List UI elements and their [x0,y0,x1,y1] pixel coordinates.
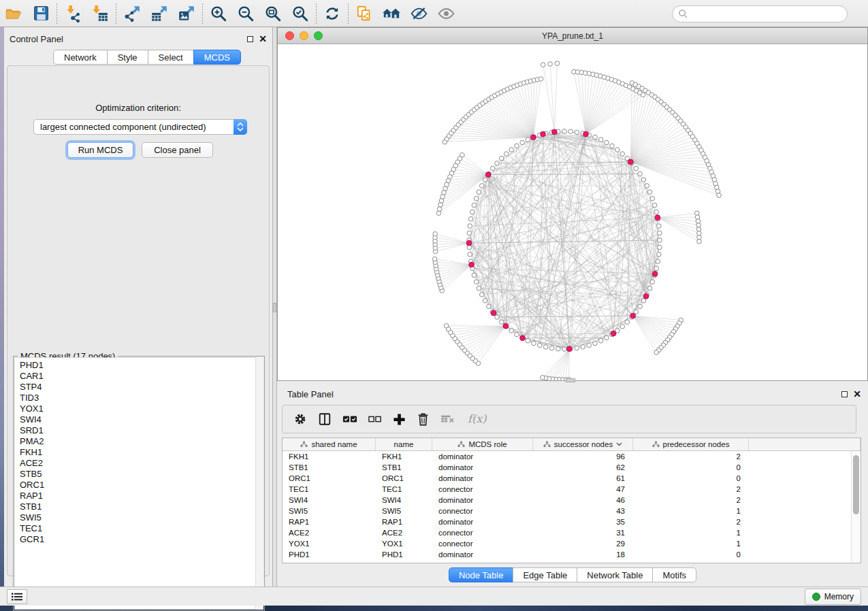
close-panel-icon[interactable]: ✕ [259,36,267,42]
mcds-result-item[interactable]: TID3 [20,393,263,403]
task-history-button[interactable] [7,589,27,604]
table-cell[interactable]: dominator [432,473,533,484]
network-window-titlebar[interactable]: YPA_prune.txt_1 [278,28,867,44]
tab-style[interactable]: Style [107,50,148,65]
table-cell[interactable]: 47 [533,484,633,495]
column-header-MCDS-role[interactable]: MCDS role [432,438,533,450]
table-cell[interactable]: PHD1 [376,549,432,560]
table-cell[interactable]: 1 [633,506,749,516]
table-row[interactable]: FKH1FKH1dominator962 [283,451,861,462]
open-file-button[interactable] [0,2,27,25]
table-cell[interactable]: YOX1 [283,538,376,549]
table-cell[interactable]: 62 [533,462,633,473]
table-cell[interactable]: 0 [633,462,749,473]
table-cell[interactable]: SWI5 [283,506,376,516]
tab-edge-table[interactable]: Edge Table [513,567,577,582]
tab-network[interactable]: Network [53,50,108,65]
table-cell[interactable]: connector [432,506,533,516]
table-cell[interactable]: dominator [432,549,533,560]
refresh-button[interactable] [319,2,346,25]
table-row[interactable]: SWI5SWI5connector431 [283,506,861,516]
search-input[interactable] [692,7,847,21]
splitter-grip[interactable] [273,303,276,312]
minimize-window-icon[interactable] [300,31,308,40]
mcds-result-item[interactable]: RAP1 [20,491,263,501]
zoom-out-button[interactable] [232,2,259,25]
table-cell[interactable]: 0 [633,473,749,484]
column-header-shared-name[interactable]: shared name [283,438,376,450]
table-cell[interactable]: dominator [432,516,533,527]
mcds-result-item[interactable]: STB1 [20,501,263,512]
table-cell[interactable]: RAP1 [283,516,376,527]
run-mcds-button[interactable]: Run MCDS [67,142,133,158]
table-cell[interactable]: 2 [633,484,749,495]
column-header-successor-nodes[interactable]: successor nodes [533,438,633,450]
table-cell[interactable]: ORC1 [376,473,432,484]
table-cell[interactable]: RAP1 [376,516,432,527]
save-session-button[interactable] [27,2,54,25]
mcds-result-item[interactable]: TEC1 [20,523,263,534]
delete-rows-button[interactable] [417,412,430,426]
home-layout-button[interactable] [378,2,405,25]
table-cell[interactable]: connector [432,527,533,538]
close-panel-button[interactable]: Close panel [142,142,213,158]
table-row[interactable]: SWI4SWI4dominator462 [283,495,861,506]
tab-node-table[interactable]: Node Table [449,567,514,582]
mcds-result-item[interactable]: STB5 [20,469,263,480]
table-row[interactable]: RAP1RAP1dominator352 [283,516,861,527]
mcds-result-item[interactable]: ACE2 [20,458,263,469]
criterion-dropdown[interactable]: largest connected component (undirected) [33,119,247,135]
table-cell[interactable]: 96 [533,451,633,462]
table-scrollbar[interactable] [851,451,861,563]
mcds-result-item[interactable]: SWI5 [20,512,263,523]
mcds-result-item[interactable]: STP4 [20,382,263,393]
table-cell[interactable]: FKH1 [283,451,376,462]
table-cell[interactable]: ORC1 [283,473,376,484]
table-cell[interactable]: TEC1 [376,484,432,495]
zoom-in-button[interactable] [205,2,232,25]
zoom-fit-button[interactable] [259,2,287,25]
show-details-button[interactable] [432,2,460,25]
hide-details-button[interactable] [405,2,432,25]
tab-motifs[interactable]: Motifs [652,567,696,582]
import-network-button[interactable] [59,2,86,25]
zoom-selected-button[interactable] [287,2,314,25]
table-scrollbar-thumb[interactable] [853,455,859,514]
table-cell[interactable]: YOX1 [376,538,432,549]
table-cell[interactable]: 2 [633,516,749,527]
tab-select[interactable]: Select [148,50,194,65]
table-cell[interactable]: dominator [432,451,533,462]
maximize-window-icon[interactable] [314,31,323,40]
float-table-panel-icon[interactable] [841,391,848,397]
table-cell[interactable]: 0 [633,549,749,560]
float-panel-icon[interactable] [247,36,253,42]
table-cell[interactable]: 1 [633,538,749,549]
table-cell[interactable]: 43 [533,506,633,516]
mcds-result-item[interactable]: PHD1 [20,360,263,371]
select-all-button[interactable] [342,414,357,424]
memory-button[interactable]: Memory [805,589,861,605]
mcds-result-list[interactable]: PHD1CAR1STP4TID3YOX1SWI4SRD1PMA2FKH1ACE2… [14,357,263,610]
table-cell[interactable]: 2 [633,495,749,506]
table-cell[interactable]: STB1 [376,462,432,473]
deselect-all-button[interactable] [368,415,382,423]
add-row-button[interactable] [393,413,406,426]
table-row[interactable]: ACE2ACE2connector311 [283,527,861,538]
export-network-button[interactable] [118,2,146,25]
mcds-list-scrollbar[interactable] [255,357,263,610]
column-header-predecessor-nodes[interactable]: predecessor nodes [633,438,749,450]
table-row[interactable]: PHD1PHD1dominator180 [283,549,861,560]
delete-table-button[interactable] [440,414,455,425]
mcds-result-item[interactable]: GCR1 [20,534,263,545]
table-options-button[interactable] [293,412,307,426]
table-cell[interactable]: SWI4 [376,495,432,506]
table-cell[interactable]: TEC1 [283,484,376,495]
table-cell[interactable]: 29 [533,538,633,549]
mcds-result-item[interactable]: PMA2 [20,436,263,447]
tab-network-table[interactable]: Network Table [577,567,653,582]
function-builder-button[interactable]: f(x) [466,412,489,427]
table-cell[interactable]: dominator [432,495,533,506]
table-cell[interactable]: PHD1 [283,549,376,560]
table-cell[interactable]: 2 [633,451,749,462]
table-cell[interactable]: 35 [533,516,633,527]
